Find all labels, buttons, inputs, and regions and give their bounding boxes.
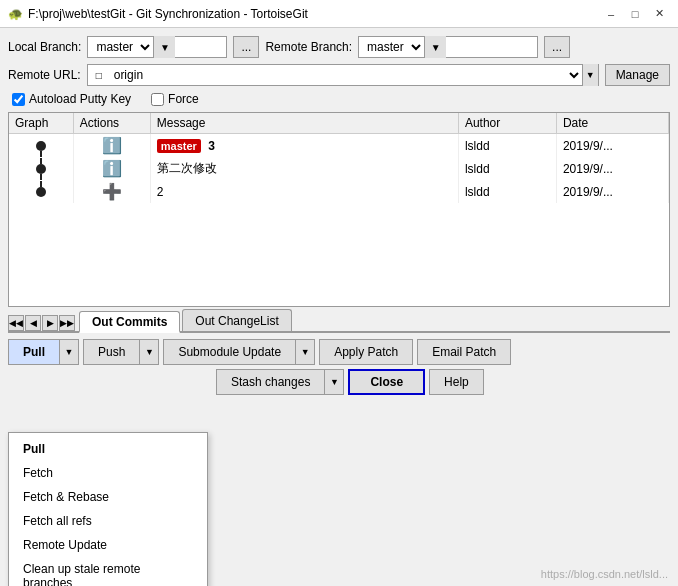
- message-cell: master 3: [150, 134, 458, 158]
- stash-btn-group: Stash changes ▼: [216, 369, 344, 395]
- actions-cell: ℹ️: [73, 157, 150, 180]
- author-cell: lsldd: [458, 134, 556, 158]
- pull-dropdown-btn[interactable]: ▼: [59, 339, 79, 365]
- table-header-row: Graph Actions Message Author Date: [9, 113, 669, 134]
- remote-url-select[interactable]: origin: [110, 65, 582, 85]
- commit-message: 第二次修改: [157, 161, 217, 175]
- pull-dropdown-menu: PullFetchFetch & RebaseFetch all refsRem…: [8, 432, 208, 586]
- buttons-row-1: Pull ▼ Push ▼ Submodule Update ▼ Apply P…: [8, 339, 670, 365]
- author-cell: lsldd: [458, 180, 556, 203]
- help-button[interactable]: Help: [429, 369, 484, 395]
- table-row[interactable]: ℹ️第二次修改lsldd2019/9/...: [9, 157, 669, 180]
- remote-branch-select[interactable]: master: [359, 37, 424, 57]
- remote-url-row: Remote URL: □ origin ▼ Manage: [8, 64, 670, 86]
- col-author: Author: [458, 113, 556, 134]
- author-cell: lsldd: [458, 157, 556, 180]
- actions-cell: ℹ️: [73, 134, 150, 158]
- title-bar: 🐢 F:\proj\web\testGit - Git Synchronizat…: [0, 0, 678, 28]
- graph-cell: [9, 180, 73, 203]
- nav-arrows: ◀◀ ◀ ▶ ▶▶: [8, 315, 75, 331]
- commit-message: 2: [157, 185, 164, 199]
- col-actions: Actions: [73, 113, 150, 134]
- buttons-row-2: Stash changes ▼ Close Help: [8, 369, 670, 395]
- watermark: https://blog.csdn.net/lsld...: [541, 568, 668, 580]
- local-branch-label: Local Branch:: [8, 40, 81, 54]
- nav-next-btn[interactable]: ▶: [42, 315, 58, 331]
- nav-prev-btn[interactable]: ◀: [25, 315, 41, 331]
- nav-first-btn[interactable]: ◀◀: [8, 315, 24, 331]
- date-cell: 2019/9/...: [556, 180, 668, 203]
- remote-branch-dropdown-btn[interactable]: ▼: [424, 36, 446, 58]
- pull-menu-item[interactable]: Fetch & Rebase: [9, 485, 207, 509]
- remote-url-dropdown-btn[interactable]: ▼: [582, 64, 598, 86]
- actions-cell: ➕: [73, 180, 150, 203]
- local-branch-row: Local Branch: master ▼ ... Remote Branch…: [8, 36, 670, 58]
- tabs-row: ◀◀ ◀ ▶ ▶▶ Out Commits Out ChangeList: [8, 309, 670, 333]
- push-dropdown-btn[interactable]: ▼: [139, 339, 159, 365]
- stash-button[interactable]: Stash changes: [216, 369, 324, 395]
- window-title: F:\proj\web\testGit - Git Synchronizatio…: [28, 7, 308, 21]
- autoload-putty-checkbox[interactable]: [12, 93, 25, 106]
- pull-menu-item[interactable]: Fetch all refs: [9, 509, 207, 533]
- url-icon: □: [91, 67, 107, 83]
- pull-menu-item[interactable]: Clean up stale remote branches: [9, 557, 207, 586]
- remote-url-label: Remote URL:: [8, 68, 81, 82]
- close-button[interactable]: Close: [348, 369, 425, 395]
- minimize-button[interactable]: –: [600, 3, 622, 25]
- local-branch-ellipsis-btn[interactable]: ...: [233, 36, 259, 58]
- col-date: Date: [556, 113, 668, 134]
- pull-menu-item[interactable]: Remote Update: [9, 533, 207, 557]
- force-checkbox[interactable]: [151, 93, 164, 106]
- date-cell: 2019/9/...: [556, 134, 668, 158]
- col-graph: Graph: [9, 113, 73, 134]
- action-icon-red: ℹ️: [102, 137, 122, 154]
- table-row[interactable]: ➕2lsldd2019/9/...: [9, 180, 669, 203]
- push-button[interactable]: Push: [83, 339, 139, 365]
- action-icon-blue: ➕: [102, 183, 122, 200]
- nav-last-btn[interactable]: ▶▶: [59, 315, 75, 331]
- message-cell: 第二次修改: [150, 157, 458, 180]
- pull-button[interactable]: Pull: [8, 339, 59, 365]
- commit-message: 3: [205, 139, 215, 153]
- action-icon-red: ℹ️: [102, 160, 122, 177]
- remote-branch-ellipsis-btn[interactable]: ...: [544, 36, 570, 58]
- pull-btn-group: Pull ▼: [8, 339, 79, 365]
- main-window: Local Branch: master ▼ ... Remote Branch…: [0, 28, 678, 586]
- force-label[interactable]: Force: [151, 92, 199, 106]
- maximize-button[interactable]: □: [624, 3, 646, 25]
- pull-menu-item[interactable]: Fetch: [9, 461, 207, 485]
- table-row[interactable]: ℹ️master 3lsldd2019/9/...: [9, 134, 669, 158]
- remote-branch-label: Remote Branch:: [265, 40, 352, 54]
- email-patch-button[interactable]: Email Patch: [417, 339, 511, 365]
- commit-table: Graph Actions Message Author Date ℹ️mast…: [9, 113, 669, 203]
- tab-out-commits[interactable]: Out Commits: [79, 311, 180, 333]
- graph-cell: [9, 157, 73, 180]
- commit-table-container: Graph Actions Message Author Date ℹ️mast…: [8, 112, 670, 307]
- local-branch-combo[interactable]: master ▼: [87, 36, 227, 58]
- local-branch-dropdown-btn[interactable]: ▼: [153, 36, 175, 58]
- col-message: Message: [150, 113, 458, 134]
- submodule-button[interactable]: Submodule Update: [163, 339, 295, 365]
- tab-out-changelist[interactable]: Out ChangeList: [182, 309, 291, 331]
- app-icon: 🐢: [8, 7, 22, 21]
- window-close-button[interactable]: ✕: [648, 3, 670, 25]
- remote-branch-combo[interactable]: master ▼: [358, 36, 538, 58]
- graph-cell: [9, 134, 73, 158]
- submodule-dropdown-btn[interactable]: ▼: [295, 339, 315, 365]
- date-cell: 2019/9/...: [556, 157, 668, 180]
- local-branch-select[interactable]: master: [88, 37, 153, 57]
- message-cell: 2: [150, 180, 458, 203]
- options-row: Autoload Putty Key Force: [8, 92, 670, 106]
- apply-patch-button[interactable]: Apply Patch: [319, 339, 413, 365]
- autoload-putty-label[interactable]: Autoload Putty Key: [12, 92, 131, 106]
- pull-menu-item[interactable]: Pull: [9, 437, 207, 461]
- remote-url-combo[interactable]: □ origin ▼: [87, 64, 599, 86]
- manage-button[interactable]: Manage: [605, 64, 670, 86]
- push-btn-group: Push ▼: [83, 339, 159, 365]
- stash-dropdown-btn[interactable]: ▼: [324, 369, 344, 395]
- master-badge: master: [157, 139, 201, 153]
- submodule-btn-group: Submodule Update ▼: [163, 339, 315, 365]
